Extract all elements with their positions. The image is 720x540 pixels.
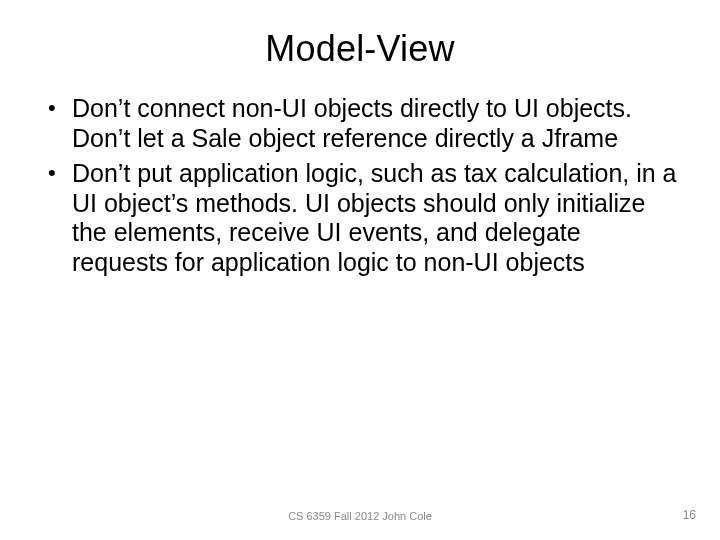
page-number: 16 bbox=[683, 508, 696, 522]
slide-title: Model-View bbox=[0, 0, 720, 70]
bullet-list: Don’t connect non-UI objects directly to… bbox=[42, 94, 678, 277]
slide-body: Don’t connect non-UI objects directly to… bbox=[0, 70, 720, 277]
list-item: Don’t put application logic, such as tax… bbox=[42, 159, 678, 277]
footer-text: CS 6359 Fall 2012 John Cole bbox=[0, 510, 720, 522]
slide: Model-View Don’t connect non-UI objects … bbox=[0, 0, 720, 540]
list-item: Don’t connect non-UI objects directly to… bbox=[42, 94, 678, 153]
